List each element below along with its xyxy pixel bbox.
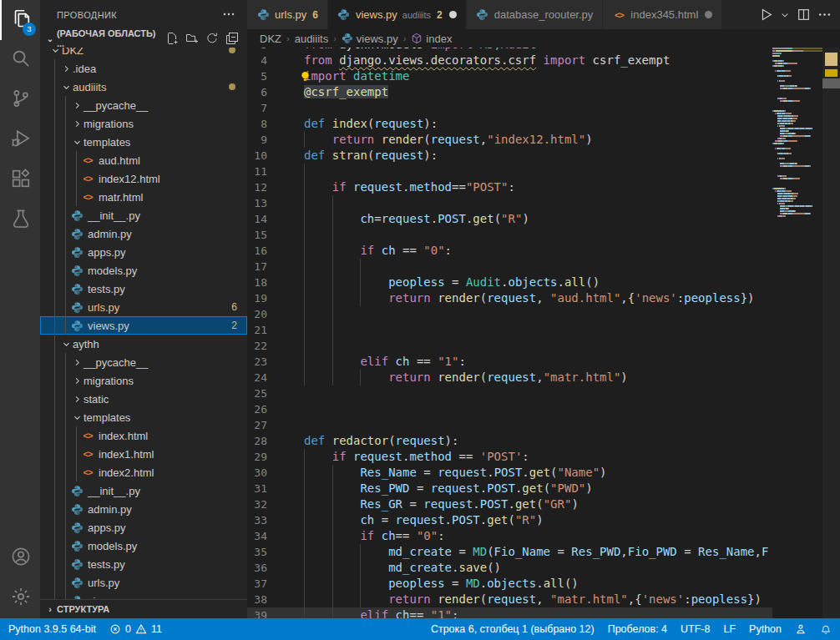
status-cursor-position[interactable]: Строка 6, столбец 1 (выбрано 12) — [431, 623, 595, 635]
tree-item-DKZ[interactable]: DKZ — [40, 48, 247, 59]
run-icon[interactable] — [757, 6, 775, 23]
split-editor-icon[interactable] — [795, 6, 812, 23]
code-line-34[interactable]: 34 if ch== "0": — [247, 528, 772, 544]
dirty-indicator-icon[interactable] — [449, 11, 457, 18]
tree-item-index1.html[interactable]: <>index1.html — [40, 445, 247, 463]
code-line-13[interactable]: 13 — [247, 195, 772, 211]
breadcrumb-views.py[interactable]: views.py — [342, 33, 398, 45]
tree-item-apps.py[interactable]: apps.py — [40, 243, 247, 261]
code-line-20[interactable]: 20 — [247, 306, 772, 322]
code-line-32[interactable]: 32 Res_GR = request.POST.get("GR") — [247, 496, 772, 512]
tree-item-aud.html[interactable]: <>aud.html — [40, 151, 247, 169]
code-line-24[interactable]: 24 return render(request,"matr.html") — [247, 370, 772, 386]
new-folder-icon[interactable] — [185, 32, 199, 45]
tab-views.py[interactable]: views.pyaudiiits2 — [328, 0, 467, 29]
tree-item-views.py[interactable]: views.py2 — [40, 316, 247, 335]
code-line-11[interactable]: 11 — [247, 164, 772, 179]
scrollbar-thumb[interactable] — [822, 78, 840, 88]
breadcrumb-audiiits[interactable]: audiiits — [295, 33, 328, 45]
status-encoding[interactable]: UTF-8 — [681, 623, 710, 635]
code-line-27[interactable]: 27 — [247, 417, 772, 433]
status-problems[interactable]: 011 — [109, 623, 162, 635]
activity-explorer[interactable]: 3 — [0, 0, 40, 40]
collapse-all-icon[interactable] — [225, 32, 239, 45]
tab-urls.py[interactable]: urls.py6 — [247, 0, 328, 29]
tree-item-__init__.py[interactable]: __init__.py — [40, 481, 247, 500]
lightbulb-icon[interactable] — [299, 70, 311, 83]
workspace-section-header[interactable]: ⌄ (РАБОЧАЯ ОБЛАСТЬ) ... — [40, 29, 247, 48]
tree-item-__pycache__[interactable]: __pycache__ — [40, 353, 247, 371]
activity-extensions[interactable] — [0, 160, 40, 200]
tree-item-models.py[interactable]: models.py — [40, 261, 247, 280]
tree-item-views.py[interactable]: views.py — [40, 592, 247, 599]
code-line-10[interactable]: 10def stran(request): — [247, 148, 772, 164]
code-line-18[interactable]: 18 peopless = Audit.objects.all() — [247, 275, 772, 290]
tree-item-tests.py[interactable]: tests.py — [40, 280, 247, 298]
tree-item-__init__.py[interactable]: __init__.py — [40, 206, 247, 224]
code-line-35[interactable]: 35 md_create = MD(Fio_Name = Res_PWD,Fio… — [247, 544, 772, 560]
tree-item-templates[interactable]: templates — [40, 133, 247, 151]
code-line-9[interactable]: 9 return render(request,"index12.html") — [247, 132, 772, 148]
tree-item-index.html[interactable]: <>index.html — [40, 426, 247, 445]
tree-item-models.py[interactable]: models.py — [40, 537, 247, 555]
tab-database_roouter.py[interactable]: database_roouter.py — [467, 0, 604, 29]
code-line-39[interactable]: 39 elif ch== "1": — [247, 607, 772, 618]
more-actions-icon[interactable] — [816, 6, 833, 23]
code-line-5[interactable]: 5import datetime — [247, 68, 772, 84]
refresh-icon[interactable] — [205, 32, 219, 45]
code-line-14[interactable]: 14 ch=request.POST.get("R") — [247, 211, 772, 227]
activity-source-control[interactable] — [0, 80, 40, 120]
tree-item-templates[interactable]: templates — [40, 408, 247, 426]
tree-item-migrations[interactable]: migrations — [40, 371, 247, 390]
code-line-26[interactable]: 26 — [247, 401, 772, 417]
tree-item-urls.py[interactable]: urls.py — [40, 573, 247, 592]
status-feedback[interactable] — [795, 623, 807, 635]
status-python-version[interactable]: Python 3.9.5 64-bit — [8, 623, 96, 635]
tree-item-index2.html[interactable]: <>index2.html — [40, 463, 247, 481]
tree-item-audiiits[interactable]: audiiits — [40, 78, 247, 96]
code-line-36[interactable]: 36 md_create.save() — [247, 560, 772, 576]
code-line-31[interactable]: 31 Res_PWD = request.POST.get("PWD") — [247, 481, 772, 496]
code-line-17[interactable]: 17 — [247, 259, 772, 275]
code-line-29[interactable]: 29 if request.method == 'POST': — [247, 449, 772, 465]
tree-item-tests.py[interactable]: tests.py — [40, 555, 247, 573]
code-line-21[interactable]: 21 — [247, 322, 772, 338]
code-line-19[interactable]: 19 return render(request, "aud.html",{'n… — [247, 290, 772, 306]
tree-item-urls.py[interactable]: urls.py6 — [40, 298, 247, 316]
tree-item-apps.py[interactable]: apps.py — [40, 518, 247, 537]
code-line-25[interactable]: 25 — [247, 386, 772, 401]
tree-item-matr.html[interactable]: <>matr.html — [40, 188, 247, 206]
tree-item-aythh[interactable]: aythh — [40, 335, 247, 353]
code-line-16[interactable]: 16 if ch == "0": — [247, 243, 772, 259]
code-line-15[interactable]: 15 — [247, 227, 772, 243]
status-language-mode[interactable]: Python — [749, 623, 782, 635]
minimap[interactable] — [772, 48, 822, 618]
tree-item-__pycache__[interactable]: __pycache__ — [40, 96, 247, 114]
tree-item-admin.py[interactable]: admin.py — [40, 224, 247, 243]
code-line-8[interactable]: 8def index(request): — [247, 116, 772, 132]
tree-item-index12.html[interactable]: <>index12.html — [40, 169, 247, 188]
tree-item-admin.py[interactable]: admin.py — [40, 500, 247, 518]
run-dropdown-icon[interactable] — [778, 8, 792, 22]
code-line-6[interactable]: 6@csrf_exempt — [247, 84, 772, 100]
breadcrumb-DKZ[interactable]: DKZ — [260, 33, 281, 45]
code-line-22[interactable]: 22 — [247, 338, 772, 354]
code-line-28[interactable]: 28def redactor(request): — [247, 433, 772, 449]
overview-ruler[interactable] — [822, 48, 840, 618]
tree-item-static[interactable]: static — [40, 390, 247, 408]
activity-settings[interactable] — [0, 578, 40, 618]
activity-testing[interactable] — [0, 200, 40, 240]
code-line-4[interactable]: 4from django.views.decorators.csrf impor… — [247, 53, 772, 68]
code-line-37[interactable]: 37 peopless = MD.objects.all() — [247, 576, 772, 592]
tree-item-migrations[interactable]: migrations — [40, 114, 247, 133]
new-file-icon[interactable] — [165, 32, 179, 45]
activity-run-debug[interactable] — [0, 120, 40, 160]
code-line-12[interactable]: 12 if request.method=="POST": — [247, 179, 772, 195]
code-line-33[interactable]: 33 ch = request.POST.get("R") — [247, 512, 772, 528]
code-line-23[interactable]: 23 elif ch == "1": — [247, 354, 772, 370]
breadcrumb-index[interactable]: index — [411, 33, 452, 45]
status-notifications[interactable] — [820, 623, 832, 635]
outline-section-header[interactable]: › СТРУКТУРА — [40, 599, 247, 618]
more-icon[interactable] — [222, 8, 235, 23]
activity-account[interactable] — [0, 538, 40, 578]
